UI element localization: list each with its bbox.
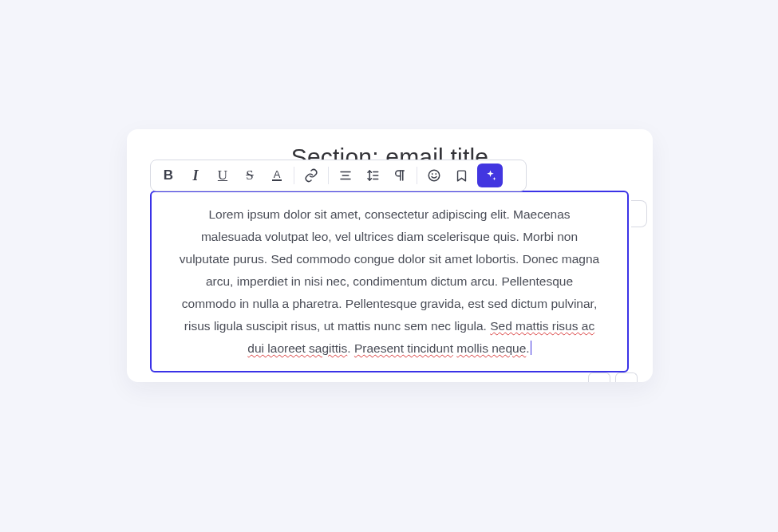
editor-text-tail: . [526, 341, 529, 355]
editor-text-plain: Lorem ipsum dolor sit amet, consectetur … [180, 207, 599, 333]
emoji-button[interactable] [421, 164, 447, 187]
link-button[interactable] [298, 164, 324, 187]
toolbar-divider [294, 167, 294, 184]
italic-icon: I [192, 167, 198, 184]
footer-action-b[interactable] [615, 372, 638, 382]
ai-assist-button[interactable] [477, 164, 503, 187]
text-direction-button[interactable] [387, 164, 413, 187]
toolbar-divider [328, 167, 329, 184]
underline-icon: U [218, 167, 227, 183]
editor-panel: Section: email title B I U S A [127, 129, 653, 382]
svg-point-9 [428, 170, 440, 181]
bookmark-icon [455, 169, 468, 183]
align-icon [338, 168, 353, 183]
svg-rect-1 [272, 179, 282, 181]
underline-button[interactable]: U [210, 164, 235, 187]
sparkle-icon [484, 169, 497, 183]
side-handle[interactable] [631, 200, 647, 227]
footer-action-a[interactable] [588, 372, 610, 382]
toolbar-divider [417, 167, 417, 184]
text-color-button[interactable]: A [264, 164, 290, 187]
spell-error: mollis neque [456, 341, 526, 355]
bold-icon: B [164, 167, 173, 183]
text-caret [531, 341, 531, 355]
text-color-icon: A [270, 168, 284, 183]
pilcrow-icon [393, 168, 407, 183]
strikethrough-button[interactable]: S [237, 164, 263, 187]
emoji-icon [427, 168, 441, 183]
svg-text:A: A [274, 168, 281, 180]
line-height-icon [365, 168, 380, 183]
editor-content[interactable]: Lorem ipsum dolor sit amet, consectetur … [177, 203, 602, 360]
align-button[interactable] [333, 164, 358, 187]
line-height-button[interactable] [360, 164, 385, 187]
rich-text-editor[interactable]: Lorem ipsum dolor sit amet, consectetur … [150, 191, 629, 372]
italic-button[interactable]: I [183, 164, 208, 187]
editor-text-mid: . [347, 341, 354, 355]
link-icon [304, 168, 318, 183]
bold-button[interactable]: B [156, 164, 181, 187]
strikethrough-icon: S [246, 167, 253, 183]
spell-error: Praesent tincidunt [354, 341, 453, 355]
formatting-toolbar: B I U S A [150, 160, 527, 191]
bookmark-button[interactable] [448, 164, 474, 187]
